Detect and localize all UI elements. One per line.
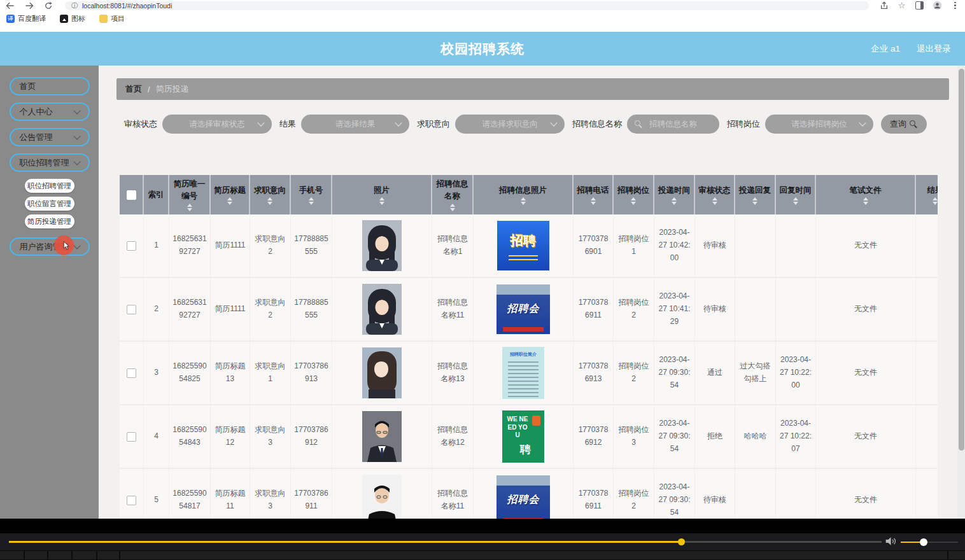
profile-avatar[interactable] xyxy=(933,1,942,10)
bookmark-project[interactable]: 项目 xyxy=(99,14,125,24)
breadcrumb-home[interactable]: 首页 xyxy=(125,83,142,95)
sort-icon[interactable] xyxy=(933,197,938,205)
sort-icon[interactable] xyxy=(591,197,596,205)
column-header-phone[interactable]: 手机号 xyxy=(291,175,332,214)
recruit-poster[interactable]: 招聘 xyxy=(497,221,549,270)
column-header-index: 索引 xyxy=(144,175,169,214)
image-icon xyxy=(60,15,68,23)
sidebar-subitem-resume-delivery[interactable]: 简历投递管理 xyxy=(25,214,74,228)
intention-select[interactable]: 请选择求职意向 xyxy=(455,115,565,134)
bookmark-baidu-translate[interactable]: 译 百度翻译 xyxy=(6,14,46,24)
cell-audit_status: 待审核 xyxy=(695,214,735,277)
column-header-reply_time[interactable]: 回复时间 xyxy=(776,175,816,214)
sidebar-submenu: 职位招聘管理 职位留言管理 简历投递管理 xyxy=(0,179,99,228)
recruit-poster[interactable]: 招聘职位简介 xyxy=(502,347,544,399)
scrollbar-thumb[interactable] xyxy=(959,69,964,451)
side-panel-icon[interactable] xyxy=(915,1,924,10)
applicant-photo[interactable] xyxy=(362,284,402,335)
sort-icon[interactable] xyxy=(672,197,677,205)
sort-icon[interactable] xyxy=(752,197,757,205)
bookmark-icons[interactable]: 图标 xyxy=(60,14,85,24)
applicant-photo[interactable] xyxy=(362,411,402,462)
sort-icon[interactable] xyxy=(863,197,868,205)
column-label: 笔试文件 xyxy=(850,185,882,197)
sidebar-subitem-job-recruit[interactable]: 职位招聘管理 xyxy=(25,179,74,193)
sort-icon[interactable] xyxy=(521,197,526,205)
column-header-resume_no[interactable]: 简历唯一编号 xyxy=(169,175,211,214)
post-select[interactable]: 请选择招聘岗位 xyxy=(765,115,873,134)
bookmark-star-icon[interactable]: ☆ xyxy=(897,1,906,10)
sidebar-item-announcement-mgmt[interactable]: 公告管理 xyxy=(10,128,90,146)
applicant-photo[interactable] xyxy=(362,475,402,519)
sidebar-item-personal-center[interactable]: 个人中心 xyxy=(10,102,90,121)
sort-icon[interactable] xyxy=(793,197,798,205)
info-icon[interactable]: ⓘ xyxy=(71,1,78,10)
sort-icon[interactable] xyxy=(631,197,636,205)
reload-icon[interactable] xyxy=(43,1,53,10)
recruit-poster[interactable]: 招聘会 xyxy=(497,475,550,519)
chevron-down-icon xyxy=(550,119,557,126)
sort-icon[interactable] xyxy=(227,197,232,205)
column-header-exam_file[interactable]: 笔试文件 xyxy=(816,175,916,214)
select-all-checkbox[interactable] xyxy=(127,190,136,200)
column-header-recruit_phone[interactable]: 招聘电话 xyxy=(574,175,614,214)
sidebar-item-label: 首页 xyxy=(20,81,36,92)
sidebar-item-home[interactable]: 首页 xyxy=(10,77,90,95)
column-header-intention[interactable]: 求职意向 xyxy=(250,175,291,214)
volume-handle[interactable] xyxy=(920,538,927,546)
share-icon[interactable] xyxy=(879,1,889,10)
bookmark-label: 图标 xyxy=(71,14,85,24)
applicant-photo[interactable] xyxy=(362,220,402,271)
row-checkbox[interactable] xyxy=(127,305,136,314)
cell-resume_no: 1682559054843 xyxy=(169,405,211,468)
sort-icon[interactable] xyxy=(450,204,455,211)
recruit-poster[interactable]: WE NEED YOU聘 xyxy=(502,410,544,463)
menu-kebab-icon[interactable] xyxy=(950,1,960,10)
sort-icon[interactable] xyxy=(712,197,717,205)
row-checkbox[interactable] xyxy=(127,241,136,251)
column-header-audit_status[interactable]: 审核状态 xyxy=(695,175,735,214)
cell-reply: 哈哈哈 xyxy=(735,405,776,468)
column-header-resume_title[interactable]: 简历标题 xyxy=(211,175,250,214)
address-bar[interactable]: ⓘ localhost:8081/#/zhaopinToudi xyxy=(65,1,869,10)
recruit-poster[interactable]: 招聘会 xyxy=(497,284,550,334)
volume-slider[interactable] xyxy=(901,542,958,543)
back-icon[interactable] xyxy=(5,1,15,10)
info-name-search-input[interactable]: 招聘信息名称 xyxy=(627,115,719,134)
cell-intention: 求职意向2 xyxy=(250,214,291,277)
sort-icon[interactable] xyxy=(379,197,384,205)
column-header-post[interactable]: 招聘岗位 xyxy=(614,175,654,214)
sort-icon[interactable] xyxy=(267,197,272,205)
folder-icon xyxy=(99,15,108,23)
column-header-submit_time[interactable]: 投递时间 xyxy=(654,175,695,214)
cell-resume_title: 简历1111 xyxy=(211,214,250,277)
column-header-result[interactable]: 结果 xyxy=(916,175,938,214)
column-header-info_name[interactable]: 招聘信息名称 xyxy=(432,175,474,214)
row-checkbox[interactable] xyxy=(127,432,136,442)
column-label: 审核状态 xyxy=(699,185,731,197)
vertical-scrollbar[interactable] xyxy=(957,66,965,519)
applicant-photo[interactable] xyxy=(362,347,402,398)
breadcrumb: 首页 / 简历投递 xyxy=(116,78,949,100)
result-select[interactable]: 请选择结果 xyxy=(301,115,409,134)
cell-recruit_phone: 17703786911 xyxy=(574,469,614,519)
query-button[interactable]: 查询 xyxy=(881,115,927,134)
row-checkbox[interactable] xyxy=(127,496,136,505)
row-checkbox[interactable] xyxy=(127,368,136,378)
sort-icon[interactable] xyxy=(309,197,314,205)
sidebar-item-job-recruit-mgmt[interactable]: 职位招聘管理 xyxy=(10,153,90,172)
sidebar-subitem-job-message[interactable]: 职位留言管理 xyxy=(25,197,74,211)
column-header-photo[interactable]: 照片 xyxy=(332,175,432,214)
forward-icon[interactable] xyxy=(24,1,34,10)
page-title: 校园招聘系统 xyxy=(0,32,965,66)
speaker-icon[interactable] xyxy=(885,536,898,547)
video-progress-bar[interactable] xyxy=(9,541,882,543)
header-user[interactable]: 企业 a1 xyxy=(871,43,900,55)
progress-handle[interactable] xyxy=(678,538,685,545)
sidebar-item-user-consult-mgmt[interactable]: 用户咨询管理 xyxy=(10,237,90,256)
column-header-reply[interactable]: 投递回复 xyxy=(735,175,776,214)
logout-link[interactable]: 退出登录 xyxy=(917,43,951,55)
audit-status-select[interactable]: 请选择审核状态 xyxy=(162,115,272,134)
sort-icon[interactable] xyxy=(187,204,192,211)
column-header-poster[interactable]: 招聘信息照片 xyxy=(474,175,574,214)
